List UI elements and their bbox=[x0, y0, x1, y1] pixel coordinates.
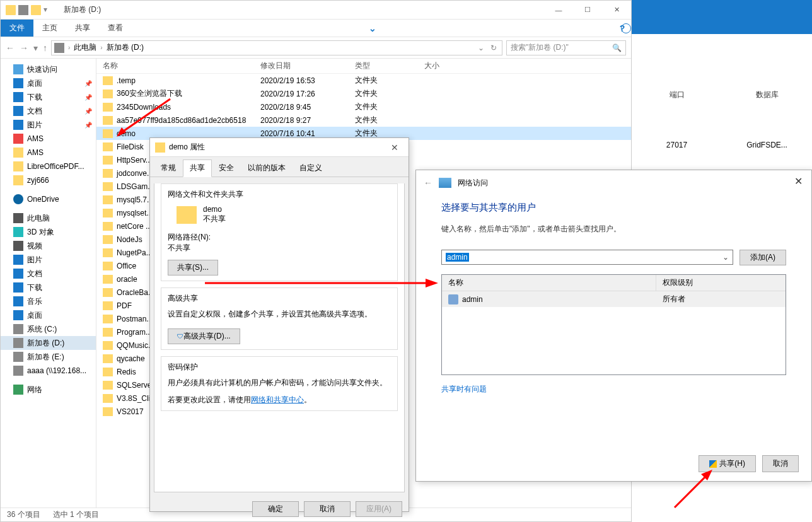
drive-icon bbox=[13, 366, 23, 376]
back-icon[interactable]: ← bbox=[424, 178, 432, 188]
crumb-thispc[interactable]: 此电脑 bbox=[74, 42, 96, 53]
na-close-icon[interactable]: ✕ bbox=[791, 174, 806, 188]
share-button[interactable]: 共享(S)... bbox=[168, 260, 218, 276]
th-perm[interactable]: 权限级别 bbox=[656, 275, 699, 291]
close-button[interactable]: ✕ bbox=[602, 1, 631, 20]
folder-icon bbox=[103, 182, 113, 191]
refresh-icon[interactable]: ↻ bbox=[488, 44, 499, 52]
tab-general[interactable]: 常规 bbox=[154, 160, 183, 177]
ribbon: 文件 主页 共享 查看 ⌄ ? bbox=[1, 20, 631, 37]
chevron-right-icon[interactable]: › bbox=[68, 44, 70, 51]
nav-back-icon[interactable]: ← bbox=[6, 43, 14, 53]
file-row[interactable]: 360安全浏览器下载2020/2/19 17:26文件夹 bbox=[96, 87, 631, 100]
add-button[interactable]: 添加(A) bbox=[740, 250, 786, 265]
file-name: .temp bbox=[117, 76, 136, 85]
sidebar-pics2[interactable]: 图片 bbox=[1, 253, 96, 267]
sidebar-video[interactable]: 视频 bbox=[1, 239, 96, 253]
nav-forward-icon[interactable]: → bbox=[20, 43, 28, 53]
ribbon-tab-file[interactable]: 文件 bbox=[1, 20, 33, 37]
sidebar-ams1[interactable]: AMS bbox=[1, 132, 96, 146]
col-size[interactable]: 大小 bbox=[424, 61, 475, 71]
file-row[interactable]: aa57e977ff9da185cd86ad1de2cb65182020/2/1… bbox=[96, 113, 631, 127]
sidebar-ddrive[interactable]: 新加卷 (D:) bbox=[1, 336, 96, 350]
search-icon[interactable]: 🔍 bbox=[612, 44, 622, 52]
tab-previous[interactable]: 以前的版本 bbox=[241, 160, 293, 177]
file-row[interactable]: .temp2020/2/19 16:53文件夹 bbox=[96, 74, 631, 87]
navbar: ← → ▾ ↑ › 此电脑 › 新加卷 (D:) ⌄ ↻ 搜索"新加卷 (D:)… bbox=[1, 37, 631, 59]
cancel-button[interactable]: 取消 bbox=[762, 455, 799, 472]
sidebar-cdrive[interactable]: 系统 (C:) bbox=[1, 322, 96, 336]
sidebar-music[interactable]: 音乐 bbox=[1, 294, 96, 308]
file-date: 2020/2/18 9:27 bbox=[260, 116, 355, 125]
sidebar-ams2[interactable]: AMS bbox=[1, 146, 96, 160]
sidebar-libre[interactable]: LibreOfficePDF... bbox=[1, 160, 96, 173]
problem-link[interactable]: 共享时有问题 bbox=[441, 384, 487, 395]
nav-recent-icon[interactable]: ▾ bbox=[33, 43, 38, 53]
sidebar-desktop2[interactable]: 桌面 bbox=[1, 308, 96, 322]
sidebar-docs[interactable]: 文档📌 bbox=[1, 104, 96, 118]
sidebar-network[interactable]: 网络 bbox=[1, 383, 96, 397]
sidebar-docs2[interactable]: 文档 bbox=[1, 267, 96, 281]
sidebar-3d[interactable]: 3D 对象 bbox=[1, 225, 96, 239]
na-heading: 选择要与其共享的用户 bbox=[441, 202, 786, 214]
chevron-right-icon[interactable]: › bbox=[100, 44, 102, 51]
nav-up-icon[interactable]: ↑ bbox=[43, 43, 47, 53]
folder-icon bbox=[103, 76, 113, 85]
table-row[interactable]: admin 所有者 bbox=[442, 291, 786, 307]
pc-icon bbox=[13, 213, 23, 223]
sidebar-edrive[interactable]: 新加卷 (E:) bbox=[1, 350, 96, 364]
dropdown-icon[interactable]: ▾ bbox=[44, 5, 54, 15]
column-headers[interactable]: 名称 修改日期 类型 大小 bbox=[96, 59, 631, 74]
maximize-button[interactable]: ☐ bbox=[573, 1, 602, 20]
address-bar[interactable]: › 此电脑 › 新加卷 (D:) ⌄ ↻ bbox=[51, 40, 502, 55]
qat-icon[interactable] bbox=[18, 5, 28, 15]
file-name: Postman... bbox=[117, 315, 153, 323]
advanced-share-button[interactable]: 🛡高级共享(D)... bbox=[168, 328, 240, 344]
sidebar-desktop[interactable]: 桌面📌 bbox=[1, 76, 96, 90]
file-row[interactable]: 2345Downloads2020/2/18 9:45文件夹 bbox=[96, 100, 631, 113]
sidebar-zyj[interactable]: zyj666 bbox=[1, 173, 96, 187]
ribbon-tab-share[interactable]: 共享 bbox=[66, 20, 99, 37]
apply-button[interactable]: 应用(A) bbox=[356, 501, 402, 517]
search-input[interactable]: 搜索"新加卷 (D:)" 🔍 bbox=[506, 40, 626, 55]
ribbon-tab-home[interactable]: 主页 bbox=[33, 20, 66, 37]
col-date[interactable]: 修改日期 bbox=[260, 61, 355, 71]
col-type[interactable]: 类型 bbox=[355, 61, 424, 71]
share-state: 不共享 bbox=[203, 214, 226, 224]
sidebar-netdrive[interactable]: aaaa (\\192.168... bbox=[1, 364, 96, 378]
sidebar-download2[interactable]: 下载 bbox=[1, 281, 96, 294]
cancel-button[interactable]: 取消 bbox=[304, 501, 351, 517]
minimize-button[interactable]: — bbox=[544, 1, 573, 20]
file-name: aa57e977ff9da185cd86ad1de2cb6518 bbox=[117, 116, 246, 125]
sidebar-pics[interactable]: 图片📌 bbox=[1, 118, 96, 132]
addr-dropdown-icon[interactable]: ⌄ bbox=[478, 44, 484, 52]
col-name[interactable]: 名称 bbox=[96, 61, 260, 71]
ribbon-tab-view[interactable]: 查看 bbox=[99, 20, 132, 37]
tab-custom[interactable]: 自定义 bbox=[293, 160, 329, 177]
document-icon bbox=[13, 269, 23, 279]
ok-button[interactable]: 确定 bbox=[252, 501, 299, 517]
folder-icon bbox=[103, 341, 113, 350]
sidebar-quick-access[interactable]: 快速访问 bbox=[1, 62, 96, 76]
file-name: HttpServ... bbox=[117, 156, 152, 165]
crumb-drive[interactable]: 新加卷 (D:) bbox=[107, 42, 144, 53]
user-input[interactable]: admin ⌄ bbox=[441, 250, 733, 265]
file-name: LDSGam... bbox=[117, 182, 154, 191]
chevron-down-icon[interactable]: ⌄ bbox=[722, 253, 729, 262]
file-name: FileDisk bbox=[117, 142, 144, 151]
section3-desc2: 若要更改此设置，请使用网络和共享中心。 bbox=[168, 395, 391, 405]
th-name[interactable]: 名称 bbox=[442, 275, 656, 291]
sidebar-thispc[interactable]: 此电脑 bbox=[1, 211, 96, 225]
ribbon-expand-icon[interactable]: ⌄ bbox=[369, 23, 384, 33]
folder-icon bbox=[31, 5, 41, 15]
file-date: 2020/7/16 10:41 bbox=[260, 129, 355, 138]
share-button[interactable]: 共享(H) bbox=[699, 455, 756, 472]
network-access-icon bbox=[439, 178, 451, 188]
props-close-icon[interactable]: ✕ bbox=[386, 142, 403, 153]
tab-security[interactable]: 安全 bbox=[212, 160, 241, 177]
sidebar-download[interactable]: 下载📌 bbox=[1, 90, 96, 104]
tab-share[interactable]: 共享 bbox=[183, 160, 212, 177]
help-icon[interactable]: ? bbox=[621, 23, 631, 33]
network-center-link[interactable]: 网络和共享中心 bbox=[251, 395, 304, 404]
sidebar-onedrive[interactable]: OneDrive bbox=[1, 192, 96, 206]
